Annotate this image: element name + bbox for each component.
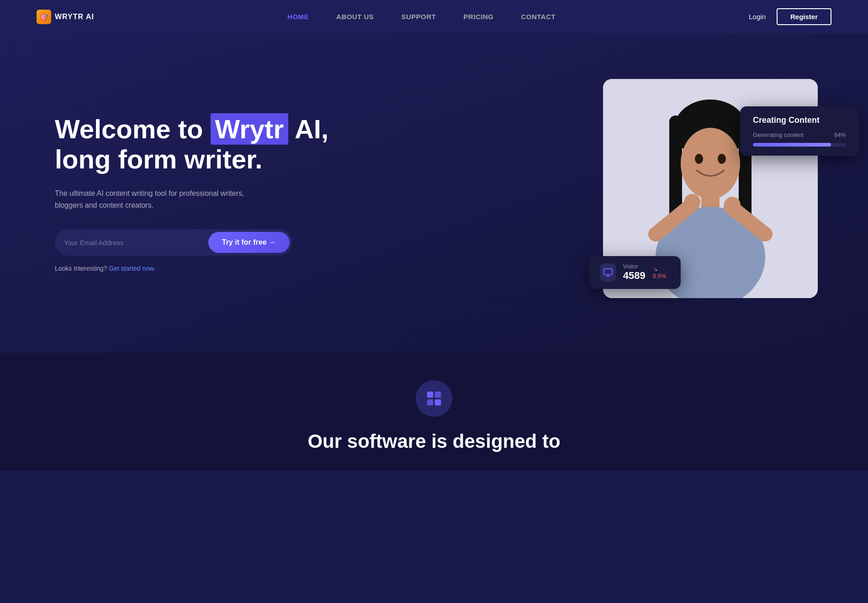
svg-rect-16	[427, 392, 433, 398]
nav-item-pricing[interactable]: PRICING	[463, 13, 493, 21]
progress-bar-fill	[753, 143, 831, 147]
nav-item-support[interactable]: SUPPORT	[401, 13, 436, 21]
hero-title: Welcome to Wrytr AI, long form writer.	[55, 114, 338, 175]
svg-rect-19	[435, 399, 441, 405]
features-section: Our software is designed to	[0, 353, 868, 471]
card-title: Creating Content	[753, 115, 846, 125]
card-subtitle: Generating content 84%	[753, 131, 846, 138]
progress-bar-background	[753, 143, 846, 147]
svg-point-10	[724, 197, 741, 213]
visitor-card: Visitor 4589 ↘ 0.5%	[589, 256, 681, 289]
svg-point-4	[681, 128, 740, 199]
nav-item-contact[interactable]: CONTACT	[521, 13, 556, 21]
svg-rect-5	[701, 191, 720, 209]
register-button[interactable]: Register	[777, 8, 831, 25]
card-percent: 84%	[834, 131, 846, 138]
nav-link-support[interactable]: SUPPORT	[401, 13, 436, 21]
hero-title-part1: Welcome to	[55, 114, 211, 144]
card-subtitle-text: Generating content	[753, 131, 804, 138]
svg-rect-17	[435, 392, 441, 398]
navbar: 🎯 WRYTR AI HOME ABOUT US SUPPORT PRICING…	[0, 0, 868, 33]
feature-icon-circle	[416, 380, 452, 417]
hero-visual: Creating Content Generating content 84% …	[603, 79, 831, 307]
nav-item-home[interactable]: HOME	[287, 13, 309, 21]
nav-link-pricing[interactable]: PRICING	[463, 13, 493, 21]
brand-name: WRYTR AI	[55, 13, 94, 21]
nav-item-about[interactable]: ABOUT US	[336, 13, 374, 21]
nav-link-home[interactable]: HOME	[287, 13, 309, 21]
hero-title-line2: long form writer.	[55, 144, 262, 174]
nav-actions: Login Register	[749, 8, 831, 25]
visitor-label: Visitor	[623, 263, 646, 270]
hero-title-highlight: Wrytr	[211, 113, 288, 145]
svg-rect-18	[427, 399, 433, 405]
get-started-link[interactable]: Get started now.	[109, 265, 155, 272]
visitor-info: Visitor 4589	[623, 263, 646, 282]
email-form: Try it for free →	[55, 229, 292, 256]
login-button[interactable]: Login	[749, 13, 766, 21]
nav-link-contact[interactable]: CONTACT	[521, 13, 556, 21]
cta-hint: Looks Interesting?	[55, 265, 107, 272]
try-free-button[interactable]: Try it for free →	[208, 232, 290, 253]
hero-content: Welcome to Wrytr AI, long form writer. T…	[55, 114, 338, 273]
brand-logo[interactable]: 🎯 WRYTR AI	[37, 10, 94, 24]
visitor-trend: ↘ 0.5%	[653, 266, 670, 279]
section-title: Our software is designed to	[307, 430, 560, 452]
svg-point-9	[684, 194, 700, 210]
visitor-count: 4589	[623, 270, 646, 282]
svg-point-11	[695, 154, 703, 164]
hero-section: Welcome to Wrytr AI, long form writer. T…	[0, 33, 868, 353]
nav-link-about[interactable]: ABOUT US	[336, 13, 374, 21]
creating-content-card: Creating Content Generating content 84%	[740, 106, 859, 156]
svg-rect-13	[604, 269, 612, 275]
nav-links: HOME ABOUT US SUPPORT PRICING CONTACT	[287, 13, 556, 21]
logo-icon: 🎯	[37, 10, 51, 24]
hero-title-part2: AI,	[288, 114, 328, 144]
email-input[interactable]	[64, 232, 208, 253]
svg-point-12	[718, 154, 726, 164]
cta-hint-text: Looks Interesting? Get started now.	[55, 265, 338, 272]
hero-subtitle: The ultimate AI content writing tool for…	[55, 188, 274, 211]
monitor-icon	[600, 263, 616, 282]
